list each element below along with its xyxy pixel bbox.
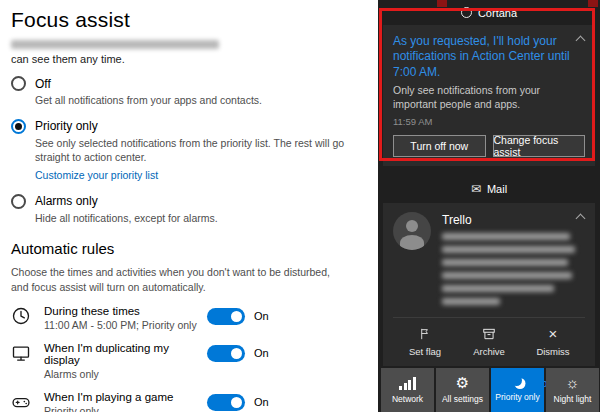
notification-body: Only see notifications from your importa… (393, 84, 579, 111)
network-signal-icon (399, 377, 416, 390)
tile-label: Priority only (495, 392, 539, 402)
notification-time: 11:59 AM (393, 116, 585, 127)
close-icon: × (549, 327, 558, 341)
toggle-during-these-times[interactable] (207, 308, 245, 325)
radio-label: Alarms only (35, 194, 98, 208)
toggle-state-label: On (254, 396, 269, 408)
cortana-icon (461, 7, 472, 18)
clock-icon (11, 306, 33, 330)
tile-label: All settings (442, 394, 483, 404)
mail-icon: ✉ (471, 183, 481, 195)
radio-option-off[interactable]: Off Get all notifications from your apps… (11, 76, 364, 108)
rule-label: When I'm duplicating my display (44, 342, 207, 366)
tile-label: Night light (554, 394, 592, 404)
gear-icon: ⚙ (456, 376, 469, 390)
radio-description: See only selected notifications from the… (35, 137, 364, 165)
toggle-state-label: On (254, 347, 269, 359)
mail-group-header[interactable]: ✉ Mail (378, 176, 600, 201)
radio-description: Get all notifications from your apps and… (35, 94, 364, 108)
cortana-notification-card[interactable]: As you requested, I'll hold your notific… (383, 25, 595, 166)
rule-label: When I'm playing a game (44, 391, 207, 403)
mail-group-label: Mail (487, 183, 507, 195)
radio-label: Priority only (35, 119, 98, 133)
dismiss-action[interactable]: × Dismiss (521, 327, 585, 357)
intro-text: can see them any time. (11, 53, 364, 65)
moon-icon (511, 375, 522, 386)
radio-option-priority-only[interactable]: Priority only See only selected notifica… (11, 119, 364, 183)
toggle-playing-game[interactable] (207, 394, 245, 411)
rule-during-these-times[interactable]: During these times 11:00 AM - 5:00 PM; P… (11, 305, 364, 331)
radio-option-alarms-only[interactable]: Alarms only Hide all notifications, exce… (11, 194, 364, 226)
cortana-group-header[interactable]: Cortana (378, 0, 600, 25)
flag-icon (419, 327, 432, 341)
sender-name: Trello (442, 213, 585, 227)
radio-button[interactable] (11, 76, 26, 91)
customize-priority-list-link[interactable]: Customize your priority list (35, 169, 158, 181)
radio-button[interactable] (11, 194, 26, 209)
set-flag-action[interactable]: Set flag (393, 327, 457, 357)
toggle-state-label: On (254, 310, 269, 322)
screen: Focus assist can see them any time. Off … (0, 0, 600, 412)
focus-assist-settings-page: Focus assist can see them any time. Off … (0, 0, 378, 412)
redacted-text (11, 40, 219, 49)
rule-detail: Alarms only (44, 368, 207, 380)
redacted-text (442, 285, 554, 292)
automatic-rules-heading: Automatic rules (11, 240, 364, 257)
turn-off-now-button[interactable]: Turn off now (393, 135, 486, 157)
action-center-panel: Cortana As you requested, I'll hold your… (378, 0, 600, 412)
action-label: Dismiss (536, 346, 569, 357)
tile-label: Network (392, 394, 423, 404)
rule-duplicating-display[interactable]: When I'm duplicating my display Alarms o… (11, 342, 364, 380)
radio-description: Hide all notifications, except for alarm… (35, 212, 364, 226)
redacted-text (442, 298, 500, 305)
intro-paragraph: can see them any time. (11, 40, 364, 65)
page-title: Focus assist (11, 8, 364, 32)
avatar (393, 212, 431, 250)
rule-detail: 11:00 AM - 5:00 PM; Priority only (44, 319, 207, 331)
rule-label: During these times (44, 305, 207, 317)
tile-all-settings[interactable]: ⚙ All settings (436, 368, 489, 412)
radio-label: Off (35, 77, 51, 91)
redacted-text (442, 272, 572, 279)
display-icon (11, 343, 33, 367)
night-light-icon: ☼ (566, 376, 580, 390)
notification-title: As you requested, I'll hold your notific… (393, 34, 579, 80)
cortana-group-label: Cortana (478, 7, 517, 19)
redacted-text (442, 233, 570, 240)
automatic-rules-description: Choose the times and activities when you… (11, 265, 341, 293)
archive-icon (482, 327, 496, 341)
rule-playing-game[interactable]: When I'm playing a game Priority only On (11, 391, 364, 412)
mail-notification-card[interactable]: Trello Set flag (383, 203, 595, 366)
redacted-text (442, 246, 575, 253)
rule-detail: Priority only (44, 405, 207, 412)
gamepad-icon (11, 392, 33, 412)
action-label: Archive (473, 346, 505, 357)
toggle-duplicating-display[interactable] (207, 345, 245, 362)
tile-priority-only[interactable]: Priority only (491, 368, 544, 412)
change-focus-assist-button[interactable]: Change focus assist (493, 135, 586, 157)
archive-action[interactable]: Archive (457, 327, 521, 357)
redacted-text (442, 259, 568, 266)
action-label: Set flag (409, 346, 441, 357)
quick-actions-row: Network ⚙ All settings Priority only ☼ N… (381, 368, 599, 412)
tile-night-light[interactable]: ☼ Night light (546, 368, 599, 412)
tile-network[interactable]: Network (381, 368, 434, 412)
radio-button-selected[interactable] (11, 119, 26, 134)
